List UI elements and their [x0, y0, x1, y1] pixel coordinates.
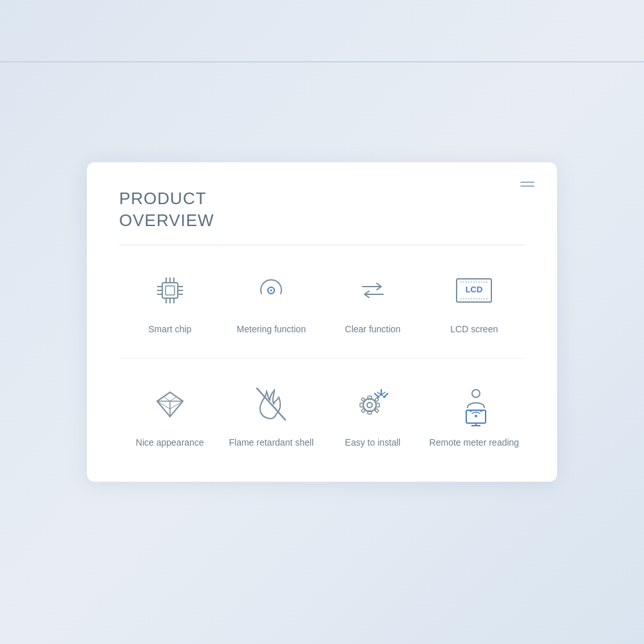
page-background: PRODUCT OVERVIEW	[0, 0, 644, 644]
svg-line-29	[157, 401, 170, 409]
svg-point-51	[475, 415, 477, 417]
svg-text:LCD: LCD	[466, 285, 483, 294]
remote-label: Remote meter reading	[430, 437, 519, 450]
clear-label: Clear function	[345, 323, 401, 336]
svg-rect-34	[368, 396, 372, 399]
svg-rect-38	[361, 397, 365, 401]
smart-chip-label: Smart chip	[148, 323, 191, 336]
metering-label: Metering function	[237, 323, 306, 336]
svg-point-15	[270, 289, 272, 291]
feature-metering: Metering function	[226, 268, 316, 336]
product-overview-card: PRODUCT OVERVIEW	[87, 162, 557, 482]
smart-chip-icon	[147, 268, 193, 313]
install-icon	[350, 381, 395, 426]
svg-rect-35	[368, 411, 372, 414]
svg-rect-0	[162, 283, 178, 298]
feature-smart-chip: Smart chip	[125, 268, 215, 336]
appearance-label: Nice appearance	[136, 437, 204, 450]
install-label: Easy to install	[345, 437, 401, 450]
svg-line-27	[170, 397, 176, 401]
lcd-icon: LCD	[451, 268, 497, 313]
feature-install: Easy to install	[328, 381, 418, 450]
features-row-1: Smart chip Metering function	[119, 268, 525, 359]
svg-point-33	[367, 402, 372, 408]
svg-line-26	[164, 397, 170, 401]
flame-icon	[249, 381, 294, 426]
feature-clear: Clear function	[328, 268, 418, 336]
flame-label: Flame retardant shell	[229, 437, 314, 450]
features-row-2: Nice appearance Flame retardant shell	[119, 381, 525, 450]
feature-flame: Flame retardant shell	[226, 381, 316, 450]
title-divider	[119, 245, 525, 245]
svg-rect-37	[376, 403, 379, 407]
feature-appearance: Nice appearance	[125, 381, 215, 450]
svg-rect-41	[361, 408, 365, 412]
top-nav-bar	[0, 61, 644, 62]
svg-point-47	[472, 390, 480, 397]
remote-icon	[451, 381, 497, 426]
svg-rect-36	[360, 403, 363, 407]
svg-line-30	[170, 401, 183, 409]
card-title: PRODUCT OVERVIEW	[119, 188, 525, 232]
svg-rect-39	[375, 408, 379, 412]
menu-icon[interactable]	[520, 182, 535, 187]
svg-rect-40	[375, 397, 379, 401]
metering-icon	[249, 268, 294, 313]
appearance-icon	[147, 381, 193, 426]
lcd-label: LCD screen	[450, 323, 498, 336]
feature-lcd: LCD LCD screen	[429, 268, 519, 336]
clear-icon	[350, 268, 395, 313]
feature-remote: Remote meter reading	[429, 381, 519, 450]
svg-rect-1	[166, 286, 175, 295]
